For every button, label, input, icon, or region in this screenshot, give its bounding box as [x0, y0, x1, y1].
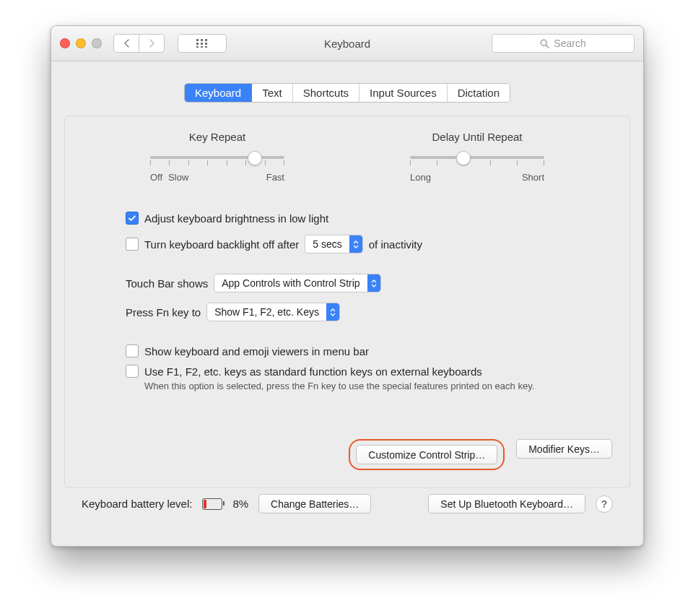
svg-rect-3 [196, 43, 199, 45]
std-fn-keys-help: When this option is selected, press the … [144, 381, 612, 391]
delay-long: Long [410, 172, 431, 183]
delay-repeat-label: Delay Until Repeat [383, 131, 571, 143]
search-placeholder: Search [554, 38, 585, 49]
forward-button[interactable] [139, 34, 165, 53]
stepper-icon [349, 235, 362, 253]
svg-rect-4 [201, 43, 203, 45]
backlight-timeout-select[interactable]: 5 secs [305, 235, 362, 253]
stepper-icon [326, 303, 339, 321]
show-viewers-checkbox[interactable] [126, 344, 139, 357]
grid-icon [196, 39, 208, 48]
titlebar: Keyboard Search [51, 26, 643, 61]
prefs-window: Keyboard Search Keyboard Text Shortcuts … [51, 25, 644, 547]
svg-rect-5 [205, 43, 207, 45]
back-button[interactable] [113, 34, 139, 53]
tab-text[interactable]: Text [252, 84, 293, 102]
backlight-off-checkbox[interactable] [126, 238, 139, 251]
minimize-icon[interactable] [76, 38, 86, 48]
help-button[interactable]: ? [596, 495, 613, 513]
fn-key-select[interactable]: Show F1, F2, etc. Keys [206, 303, 340, 321]
window-controls [60, 38, 102, 48]
content: Keyboard Text Shortcuts Input Sources Di… [51, 61, 643, 534]
key-repeat-block: Key Repeat Off Slow Fast [123, 131, 311, 183]
key-repeat-fast: Fast [266, 172, 284, 183]
show-all-button[interactable] [178, 34, 227, 53]
backlight-off-label-a: Turn keyboard backlight off after [144, 238, 299, 251]
key-repeat-label: Key Repeat [123, 131, 311, 143]
search-input[interactable]: Search [492, 34, 635, 53]
customize-control-strip-button[interactable]: Customize Control Strip… [356, 445, 497, 464]
change-batteries-button[interactable]: Change Batteries… [258, 494, 371, 513]
tab-bar: Keyboard Text Shortcuts Input Sources Di… [64, 83, 630, 103]
keyboard-panel: Key Repeat Off Slow Fast [64, 116, 630, 488]
delay-short: Short [522, 172, 544, 183]
svg-rect-2 [205, 39, 207, 41]
touchbar-shows-value: App Controls with Control Strip [214, 277, 367, 289]
fn-key-value: Show F1, F2, etc. Keys [207, 306, 326, 318]
zoom-icon[interactable] [92, 38, 102, 48]
nav-buttons [113, 34, 165, 53]
auto-brightness-label: Adjust keyboard brightness in low light [144, 212, 328, 225]
tab-input-sources[interactable]: Input Sources [359, 84, 448, 102]
setup-bluetooth-keyboard-button[interactable]: Set Up Bluetooth Keyboard… [428, 494, 585, 513]
backlight-off-label-b: of inactivity [369, 238, 422, 251]
auto-brightness-checkbox[interactable] [126, 212, 139, 225]
svg-rect-0 [196, 39, 199, 41]
svg-rect-7 [201, 46, 203, 48]
show-viewers-label: Show keyboard and emoji viewers in menu … [144, 345, 369, 357]
svg-rect-8 [205, 46, 207, 48]
delay-repeat-slider[interactable] [410, 150, 544, 170]
tab-dictation[interactable]: Dictation [448, 84, 510, 102]
modifier-keys-button[interactable]: Modifier Keys… [516, 439, 612, 459]
stepper-icon [367, 274, 380, 292]
highlight-frame: Customize Control Strip… [349, 439, 505, 470]
close-icon[interactable] [60, 38, 70, 48]
svg-rect-1 [201, 39, 203, 41]
fn-key-label: Press Fn key to [126, 306, 201, 318]
tab-keyboard[interactable]: Keyboard [185, 84, 252, 102]
tab-shortcuts[interactable]: Shortcuts [293, 84, 359, 102]
key-repeat-off: Off [150, 172, 162, 183]
search-icon [540, 39, 549, 48]
battery-icon [202, 498, 222, 510]
svg-line-10 [546, 45, 549, 48]
svg-rect-6 [196, 46, 199, 48]
touchbar-shows-label: Touch Bar shows [126, 277, 208, 290]
footer: Keyboard battery level: 8% Change Batter… [64, 494, 630, 524]
battery-level-label: Keyboard battery level: [82, 498, 192, 510]
key-repeat-slow: Slow [168, 172, 188, 183]
battery-percent: 8% [232, 498, 248, 510]
backlight-timeout-value: 5 secs [305, 238, 349, 250]
delay-repeat-block: Delay Until Repeat Long Short [383, 131, 571, 183]
std-fn-keys-checkbox[interactable] [126, 365, 139, 378]
std-fn-keys-label: Use F1, F2, etc. keys as standard functi… [144, 365, 482, 378]
touchbar-shows-select[interactable]: App Controls with Control Strip [214, 274, 380, 292]
key-repeat-slider[interactable] [150, 150, 284, 170]
